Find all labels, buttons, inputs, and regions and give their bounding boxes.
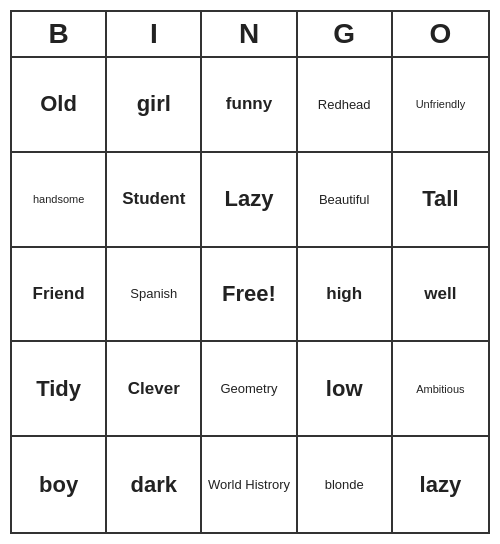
cell-r4-c2: World Histrory xyxy=(202,437,297,532)
bingo-card: BINGO OldgirlfunnyRedheadUnfriendlyhands… xyxy=(10,10,490,534)
cell-r3-c0: Tidy xyxy=(12,342,107,437)
cell-r0-c3: Redhead xyxy=(298,58,393,153)
cell-r4-c1: dark xyxy=(107,437,202,532)
cell-r2-c1: Spanish xyxy=(107,248,202,343)
cell-r2-c2: Free! xyxy=(202,248,297,343)
cell-r4-c4: lazy xyxy=(393,437,488,532)
cell-r3-c1: Clever xyxy=(107,342,202,437)
header-letter-G: G xyxy=(298,12,393,56)
cell-r2-c4: well xyxy=(393,248,488,343)
cell-r1-c2: Lazy xyxy=(202,153,297,248)
cell-r0-c0: Old xyxy=(12,58,107,153)
header-letter-N: N xyxy=(202,12,297,56)
cell-r0-c4: Unfriendly xyxy=(393,58,488,153)
cell-r4-c0: boy xyxy=(12,437,107,532)
cell-r0-c2: funny xyxy=(202,58,297,153)
cell-r2-c0: Friend xyxy=(12,248,107,343)
bingo-header: BINGO xyxy=(10,10,490,56)
header-letter-I: I xyxy=(107,12,202,56)
header-letter-O: O xyxy=(393,12,488,56)
cell-r1-c0: handsome xyxy=(12,153,107,248)
cell-r1-c4: Tall xyxy=(393,153,488,248)
cell-r1-c1: Student xyxy=(107,153,202,248)
cell-r0-c1: girl xyxy=(107,58,202,153)
cell-r1-c3: Beautiful xyxy=(298,153,393,248)
header-letter-B: B xyxy=(12,12,107,56)
cell-r3-c4: Ambitious xyxy=(393,342,488,437)
cell-r2-c3: high xyxy=(298,248,393,343)
cell-r4-c3: blonde xyxy=(298,437,393,532)
cell-r3-c3: low xyxy=(298,342,393,437)
bingo-grid: OldgirlfunnyRedheadUnfriendlyhandsomeStu… xyxy=(10,56,490,534)
cell-r3-c2: Geometry xyxy=(202,342,297,437)
